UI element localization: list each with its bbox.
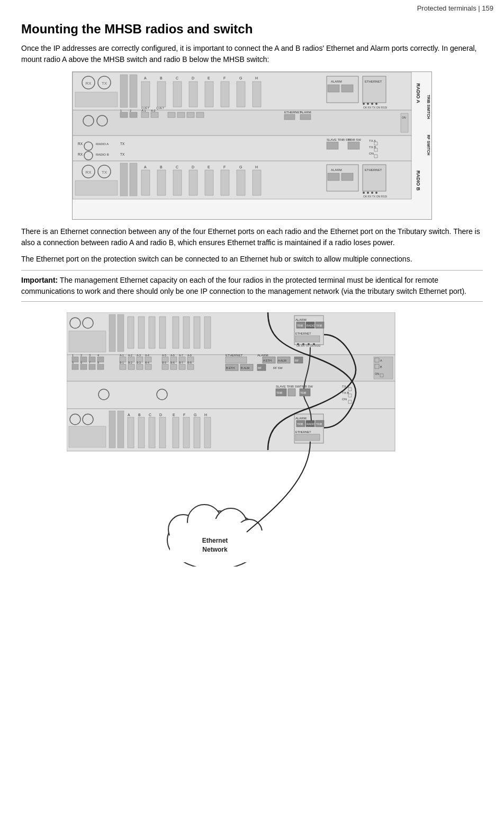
svg-text:TRIB: TRIB [316, 423, 322, 426]
svg-text:B: B [138, 413, 141, 417]
svg-rect-97 [157, 170, 166, 195]
paragraph-2: There is an Ethernet connection between … [21, 226, 483, 248]
svg-text:A-2: A-2 [151, 109, 156, 112]
svg-text:A-2: A-2 [128, 354, 132, 357]
svg-rect-54 [284, 114, 295, 120]
svg-rect-181 [89, 364, 95, 370]
svg-text:ETHERNET: ETHERNET [365, 80, 382, 83]
svg-text:C: C [149, 413, 151, 417]
svg-text:B ETH: B ETH [226, 366, 235, 370]
svg-text:1: 1 [72, 354, 74, 357]
svg-text:F: F [223, 165, 226, 169]
svg-text:F: F [223, 76, 226, 80]
svg-rect-125 [159, 317, 166, 348]
page-content: Mounting the MHSB radios and switch Once… [0, 14, 504, 588]
svg-rect-190 [145, 364, 151, 370]
svg-text:TX: TX [102, 170, 107, 175]
svg-text:A-1: A-1 [120, 354, 124, 357]
svg-text:A-1: A-1 [141, 109, 146, 112]
svg-point-141 [297, 343, 299, 345]
svg-text:B: B [380, 365, 382, 368]
svg-text:Network: Network [202, 546, 228, 553]
svg-text:ALARM: ALARM [295, 318, 307, 321]
svg-rect-6 [120, 75, 128, 107]
svg-rect-7 [130, 75, 137, 107]
svg-text:B-1: B-1 [120, 361, 124, 364]
svg-text:ALARM: ALARM [331, 80, 342, 83]
svg-text:A-7: A-7 [179, 354, 183, 357]
svg-rect-245 [109, 411, 115, 448]
svg-rect-171 [226, 357, 247, 363]
svg-rect-179 [72, 364, 78, 370]
svg-rect-188 [128, 364, 134, 370]
important-label: Important: [21, 276, 58, 284]
svg-text:B-4: B-4 [145, 361, 149, 364]
svg-rect-28 [328, 85, 339, 92]
svg-text:TX: TX [120, 142, 125, 146]
svg-point-113 [375, 192, 377, 194]
svg-rect-196 [170, 364, 177, 370]
svg-text:ALARM: ALARM [257, 354, 268, 357]
svg-text:SLAVE TRIB SW: SLAVE TRIB SW [276, 385, 300, 388]
svg-rect-180 [80, 364, 87, 370]
svg-text:RF: RF [295, 359, 299, 362]
svg-text:TRIB: TRIB [297, 423, 303, 426]
svg-rect-18 [173, 82, 182, 107]
svg-point-112 [371, 192, 373, 194]
svg-text:G: G [194, 413, 196, 417]
svg-text:TX B: TX B [342, 391, 349, 394]
svg-rect-244 [69, 426, 106, 447]
svg-text:RF SW: RF SW [273, 366, 283, 370]
svg-text:ETHERNET: ETHERNET [284, 111, 302, 114]
svg-text:A: A [144, 165, 147, 169]
svg-text:RF SWITCH: RF SWITCH [427, 135, 430, 156]
svg-text:D: D [159, 413, 162, 417]
svg-rect-85 [75, 181, 118, 195]
svg-rect-98 [173, 170, 182, 195]
svg-text:B-2: B-2 [128, 361, 132, 364]
svg-rect-99 [189, 170, 197, 195]
svg-rect-72 [348, 142, 359, 149]
svg-rect-86 [120, 163, 128, 196]
svg-rect-23 [253, 82, 261, 107]
svg-text:ALARM: ALARM [300, 111, 311, 114]
svg-point-32 [363, 103, 365, 105]
svg-text:7: 7 [89, 361, 91, 364]
svg-text:2: 2 [80, 354, 82, 357]
important-body: The management Ethernet capacity on each… [21, 276, 466, 295]
svg-text:ON: ON [375, 372, 379, 375]
svg-text:B: B [160, 165, 163, 169]
svg-text:TRIB SWITCH: TRIB SWITCH [427, 95, 430, 119]
svg-rect-198 [187, 364, 194, 370]
svg-point-34 [371, 103, 373, 105]
svg-text:C: C [176, 165, 178, 169]
svg-rect-21 [221, 82, 229, 107]
svg-text:ETHERNET: ETHERNET [226, 354, 243, 357]
svg-text:A: A [144, 76, 147, 80]
svg-rect-42 [130, 112, 137, 118]
svg-text:RADIO: RADIO [307, 423, 315, 426]
svg-rect-22 [237, 82, 245, 107]
svg-rect-246 [118, 411, 124, 448]
svg-rect-41 [120, 112, 128, 118]
svg-rect-119 [69, 331, 106, 352]
svg-text:RADIO B: RADIO B [96, 153, 109, 156]
equipment-diagram-2: ALARM TRIB RADIO TRIB ETHERNET OK RX TX … [67, 312, 437, 567]
svg-rect-70 [327, 142, 338, 149]
svg-text:RX: RX [78, 152, 83, 156]
svg-text:H: H [204, 413, 207, 417]
svg-text:B-7: B-7 [179, 361, 183, 364]
svg-rect-122 [128, 317, 134, 348]
svg-rect-47 [187, 112, 194, 118]
svg-rect-20 [205, 82, 213, 107]
svg-rect-128 [194, 317, 200, 348]
svg-rect-44 [151, 112, 158, 118]
svg-text:B-5: B-5 [162, 361, 166, 364]
svg-rect-48 [196, 112, 204, 118]
svg-point-143 [308, 343, 310, 345]
diagram-2-wrapper: ALARM TRIB RADIO TRIB ETHERNET OK RX TX … [67, 312, 437, 567]
svg-text:RX: RX [78, 142, 83, 146]
svg-text:B-3: B-3 [137, 361, 141, 364]
svg-rect-5 [75, 92, 118, 107]
svg-text:RADIO A: RADIO A [416, 83, 421, 103]
